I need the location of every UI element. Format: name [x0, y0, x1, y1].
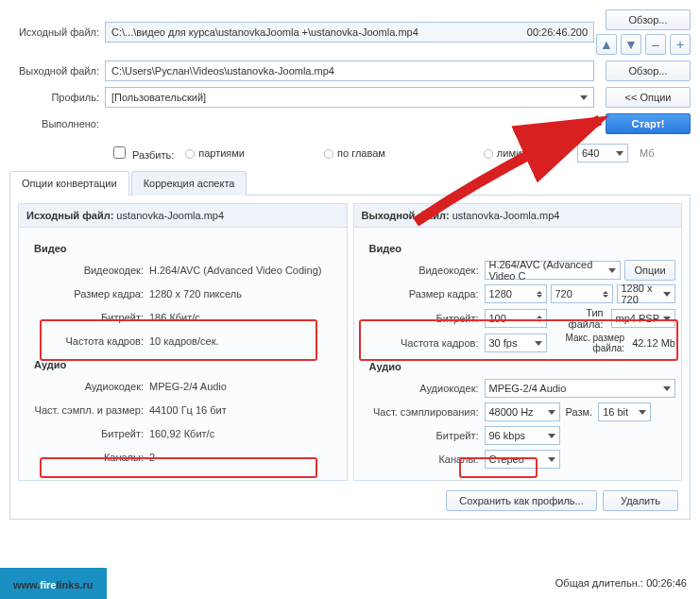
profile-label: Профиль:	[9, 92, 99, 103]
split-size-input: 640	[577, 144, 628, 163]
src-bitrate-label: Битрейт:	[25, 312, 149, 323]
codec-options-button[interactable]: Опции	[624, 260, 675, 281]
out-video-section-label: Видео	[369, 243, 676, 254]
video-section-label: Видео	[34, 243, 341, 254]
add-button[interactable]: +	[670, 34, 691, 55]
out-frame-label: Размер кадра:	[360, 288, 485, 300]
out-acodec-label: Аудиокодек:	[360, 383, 485, 394]
source-path: C:\...\видео для курса\ustanovkaJoomla +…	[111, 26, 418, 38]
src-chan-value: 2	[149, 452, 341, 463]
chevron-down-icon	[580, 95, 588, 100]
out-abit-select[interactable]: 96 kbps	[485, 426, 560, 445]
output-label: Выходной файл:	[9, 65, 99, 77]
out-acodec-select[interactable]: MPEG-2/4 Audio	[485, 379, 676, 398]
source-label: Исходный файл:	[9, 26, 99, 38]
out-asize-label: Разм.	[564, 406, 595, 418]
save-profile-button[interactable]: Сохранить как профиль...	[446, 490, 597, 511]
src-codec-value: H.264/AVC (Advanced Video Coding)	[149, 265, 341, 276]
src-asamp-label: Част. сэмпл. и размер:	[25, 404, 149, 416]
delete-button[interactable]: Удалить	[603, 490, 678, 511]
brand-logo: www.firelinks.ru	[0, 568, 107, 599]
out-bitrate-label: Битрейт:	[360, 313, 485, 324]
out-width-input[interactable]: 1280	[485, 284, 547, 303]
audio-section-label: Аудио	[34, 359, 341, 370]
split-batch-radio: партиями	[185, 147, 245, 159]
split-checkbox[interactable]: Разбить:	[113, 146, 174, 161]
out-ftype-select[interactable]: mp4 PSP	[611, 309, 676, 328]
src-fps-value: 10 кадров/сек.	[149, 335, 341, 347]
src-acodec-value: MPEG-2/4 Audio	[149, 381, 341, 392]
out-maxsize-value: 42.12 Mb	[632, 337, 675, 349]
options-button[interactable]: << Опции	[606, 87, 691, 108]
browse-output-button[interactable]: Обзор...	[606, 60, 691, 81]
src-acodec-label: Аудиокодек:	[25, 381, 149, 392]
out-asamp-label: Част. сэмплирования:	[360, 406, 485, 418]
split-label: Разбить:	[132, 149, 174, 161]
src-asamp-value: 44100 Гц 16 бит	[149, 404, 341, 416]
out-chan-label: Каналы:	[360, 454, 485, 465]
source-file-box: C:\...\видео для курса\ustanovkaJoomla +…	[105, 22, 594, 43]
output-col-header: Выходной файл: ustanovka-Joomla.mp4	[354, 204, 682, 228]
output-path-input[interactable]	[105, 60, 594, 81]
out-maxsize-label: Макс. размер файла:	[551, 333, 629, 353]
status-bar: Общая длительн.: 00:26:46	[555, 576, 700, 590]
out-fps-select[interactable]: 30 fps	[485, 334, 547, 352]
move-down-button[interactable]: ▼	[621, 34, 641, 55]
src-chan-label: Каналы:	[25, 452, 149, 463]
out-preset-select[interactable]: 1280 x 720	[617, 284, 676, 303]
tab-aspect-correction[interactable]: Коррекция аспекта	[131, 171, 248, 196]
src-frame-label: Размер кадра:	[25, 288, 149, 300]
start-button[interactable]: Старт!	[606, 113, 691, 134]
remove-button[interactable]: –	[645, 34, 666, 55]
split-limit-radio: лимит. размер	[484, 147, 566, 159]
out-asamp-select[interactable]: 48000 Hz	[485, 402, 560, 421]
split-mb-label: Мб	[640, 147, 654, 159]
tab-conversion-options[interactable]: Опции конвертации	[9, 171, 129, 196]
src-fps-label: Частота кадров:	[25, 335, 149, 347]
source-duration: 00:26:46.200	[527, 26, 588, 38]
src-frame-value: 1280 x 720 пиксель	[149, 288, 341, 300]
profile-value: [Пользовательский]	[111, 92, 206, 103]
out-abit-label: Битрейт:	[360, 430, 485, 441]
split-chapters-radio: по главам	[324, 147, 385, 159]
out-ftype-label: Тип файла:	[551, 307, 607, 330]
out-codec-select[interactable]: H.264/AVC (Advanced Video C	[485, 261, 622, 280]
out-audio-section-label: Аудио	[369, 361, 676, 372]
src-bitrate-value: 186 Кбит/с	[149, 312, 341, 323]
out-chan-select[interactable]: Стерео	[485, 450, 560, 469]
src-codec-label: Видеокодек:	[25, 265, 149, 276]
out-bitrate-input[interactable]: 100	[485, 309, 547, 328]
source-col-header: Исходный файл: ustanovka-Joomla.mp4	[19, 204, 347, 228]
profile-select[interactable]: [Пользовательский]	[105, 87, 594, 108]
src-abit-label: Битрейт:	[25, 428, 149, 439]
done-label: Выполнено:	[9, 118, 99, 129]
src-abit-value: 160,92 Кбит/с	[149, 428, 341, 439]
move-up-button[interactable]: ▲	[596, 34, 617, 55]
out-fps-label: Частота кадров:	[360, 337, 485, 349]
out-asize-select[interactable]: 16 bit	[598, 402, 651, 421]
out-height-input[interactable]: 720	[551, 284, 613, 303]
out-codec-label: Видеокодек:	[360, 265, 485, 276]
browse-source-button[interactable]: Обзор...	[606, 9, 691, 30]
